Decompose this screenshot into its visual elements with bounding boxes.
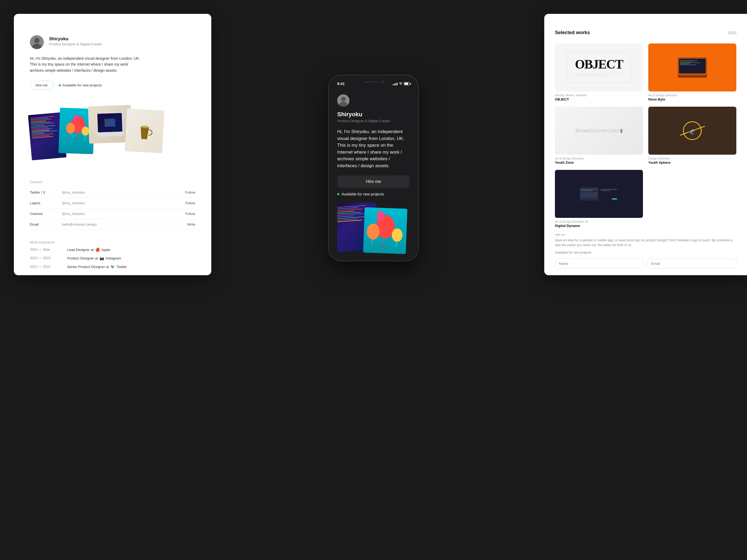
screen-glow	[612, 198, 617, 199]
platform-layers: Layers	[30, 198, 62, 209]
phone-bio: Hi, I'm Shiryoku, an independent visual …	[337, 128, 410, 169]
works-grid: OBJECT Identity, Motion, Website OBJECT	[555, 44, 736, 228]
connect-section: Connect Twitter / X @mx_shiryoku Follow …	[30, 180, 195, 230]
phone-name: Shiryoku	[337, 111, 410, 118]
connect-row-email: Email hello@shiryoku.design Write	[30, 219, 195, 230]
svg-line-23	[396, 242, 397, 247]
work-card-img-digitaldynamo	[555, 170, 643, 218]
image-collage	[30, 106, 195, 164]
dark-screens	[580, 187, 618, 201]
work-card-img-novabyte	[648, 44, 736, 91]
status-time: 9:41	[337, 82, 345, 86]
phone-content[interactable]: Shiryoku Product Designer & Digital Crea…	[331, 89, 416, 259]
work-name-object: OBJECT	[555, 97, 643, 101]
svg-rect-19	[382, 245, 385, 247]
connect-row-twitter: Twitter / X @mx_shiryoku Follow	[30, 187, 195, 198]
speaker	[363, 81, 379, 83]
action-cosmos[interactable]: Follow	[166, 209, 195, 219]
work-item-twitter: 2021 — 2022 Senior Product Designer at 🐦…	[30, 265, 195, 269]
phone-availability-text: Available for new projects	[341, 192, 384, 196]
handle-cosmos: @mx_shiryoku	[62, 209, 166, 219]
svg-rect-5	[75, 138, 77, 140]
work-name-youthzone: Youth Zone	[555, 161, 643, 164]
profile-name: Shiryoku	[49, 36, 102, 42]
coffee-image	[125, 109, 164, 153]
contact-name-input[interactable]	[555, 259, 644, 269]
phone-role: Product Designer & Digital Creator	[337, 119, 410, 123]
phone-available-dot	[337, 193, 339, 195]
work-role-twitter: Senior Product Designer at 🐦 Twitter	[67, 265, 127, 269]
work-item-instagram: 2022 — 2023 Product Designer at 📷 Instag…	[30, 256, 195, 260]
work-label: Work experience	[30, 241, 195, 244]
available-dot	[59, 84, 61, 86]
action-layers[interactable]: Follow	[166, 198, 195, 209]
apple-icon: 🍎	[95, 247, 100, 252]
availability-text: Available for new projects	[62, 83, 102, 87]
handle-twitter: @mx_shiryoku	[62, 187, 166, 198]
work-item-apple: 2023 — Now Lead Designer at 🍎 Apple	[30, 247, 195, 252]
platform-twitter: Twitter / X	[30, 187, 62, 198]
right-header: Selected works 2019	[555, 30, 736, 35]
phone-collage	[337, 203, 410, 256]
svg-point-1	[34, 38, 40, 43]
work-name-novabyte: Nova Byte	[648, 97, 736, 101]
work-card-img-youthzone: Visualplaceholder	[555, 107, 643, 155]
work-role-apple: Lead Designer at 🍎 Apple	[67, 247, 110, 252]
work-period-twitter: 2021 — 2022	[30, 265, 62, 269]
phone-avatar	[337, 95, 350, 107]
work-card-novabyte[interactable]: Art & Design Direction Nova Byte	[648, 44, 736, 101]
phone-availability: Available for new projects	[337, 192, 410, 196]
work-card-digitaldynamo[interactable]: Art & Design Direction, M Digital Dynamo	[555, 170, 643, 228]
svg-line-18	[383, 238, 385, 245]
handle-email: hello@shiryoku.design	[62, 219, 166, 230]
svg-line-4	[76, 133, 78, 138]
signal-icon	[393, 82, 397, 85]
work-card-youthzone[interactable]: Visualplaceholder Art & Design Direction…	[555, 107, 643, 164]
camera	[381, 81, 384, 83]
connect-row-layers: Layers @mx_shiryoku Follow	[30, 198, 195, 209]
phone-mockup: 9:41	[328, 75, 419, 261]
work-name-digitaldynamo: Digital Dynamo	[555, 224, 643, 228]
work-period-apple: 2023 — Now	[30, 247, 62, 252]
right-content: Selected works 2019 OBJECT	[544, 14, 747, 275]
hire-button[interactable]: Hire me	[30, 81, 53, 89]
phone-notch	[358, 77, 389, 86]
wifi-icon	[399, 82, 403, 85]
cursor-blink	[620, 129, 622, 133]
svg-line-7	[69, 134, 70, 138]
connect-row-cosmos: Cosmos @mx_shiryoku Follow	[30, 209, 195, 219]
work-meta-digitaldynamo: Art & Design Direction, M	[555, 220, 643, 223]
action-row: Hire me Available for new projects	[30, 81, 195, 89]
bio-text: Hi, I'm Shiryoku, an independent visual …	[30, 55, 142, 73]
work-card-img-object: OBJECT	[555, 44, 643, 91]
work-meta-youthzone: Art & Design Direction	[555, 157, 643, 160]
work-card-img-ie: e	[648, 107, 736, 155]
avatar	[30, 35, 44, 49]
work-card-ie[interactable]: e Design Direction Youth Sphere	[648, 107, 736, 164]
action-twitter[interactable]: Follow	[166, 187, 195, 198]
work-card-object[interactable]: OBJECT Identity, Motion, Website OBJECT	[555, 44, 643, 101]
status-icons	[393, 82, 410, 85]
contact-section: with me Have an idea for a website or mo…	[555, 233, 736, 269]
work-meta-youthsphere: Design Direction	[648, 157, 736, 160]
selected-works-year: 2019	[728, 31, 736, 35]
phone-hire-button[interactable]: Hire me	[337, 176, 410, 188]
profile-title: Product Designer & Digital Creator	[49, 42, 102, 46]
work-name-youthsphere: Youth Sphere	[648, 161, 736, 164]
svg-line-9	[84, 136, 85, 139]
action-email[interactable]: Write	[166, 219, 195, 230]
contact-description: Have an idea for a website or mobile app…	[555, 238, 736, 247]
phone-screen: 9:41	[331, 77, 416, 259]
connect-table: Twitter / X @mx_shiryoku Follow Layers @…	[30, 187, 195, 230]
battery-icon	[404, 82, 410, 85]
screen-2	[599, 187, 618, 201]
desktop-right-panel: Selected works 2019 OBJECT	[544, 14, 747, 275]
profile-section: Shiryoku Product Designer & Digital Crea…	[30, 35, 195, 49]
work-experience-section: Work experience 2023 — Now Lead Designer…	[30, 241, 195, 269]
svg-line-21	[371, 239, 373, 245]
desktop-left-panel: Shiryoku Product Designer & Digital Crea…	[14, 14, 211, 275]
profile-info: Shiryoku Product Designer & Digital Crea…	[49, 35, 102, 46]
handle-layers: @mx_shiryoku	[62, 198, 166, 209]
contact-email-input[interactable]	[647, 259, 736, 269]
connect-label: Connect	[30, 180, 195, 184]
